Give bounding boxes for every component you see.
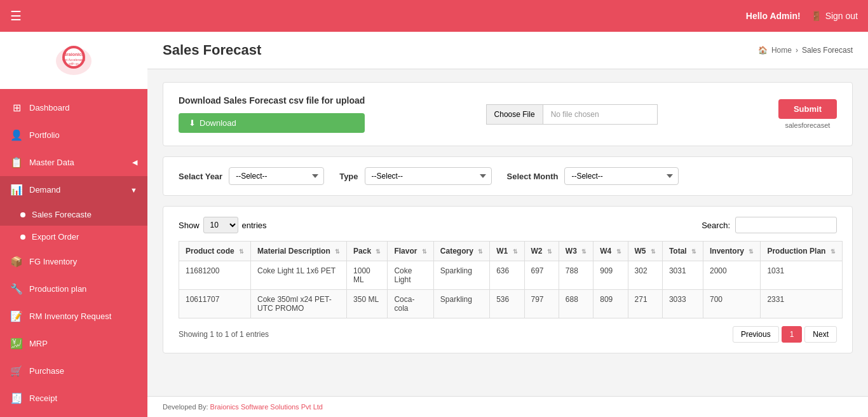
type-select[interactable]: --Select-- Local Export [365, 167, 492, 185]
signout-label: Sign out [825, 11, 858, 21]
main-layout: Braionics Get Accelerated with us ⊞ Dash… [0, 32, 868, 417]
sidebar-item-label: Dashboard [29, 103, 70, 113]
th-pack[interactable]: Pack ⇅ [347, 242, 388, 261]
th-flavor[interactable]: Flavor ⇅ [388, 242, 433, 261]
year-filter-label: Selact Year [179, 172, 222, 181]
sort-icon: ⇅ [422, 249, 427, 255]
breadcrumb-sep: › [796, 46, 798, 55]
sidebar-item-label: Receipt [29, 393, 57, 403]
th-w5[interactable]: W5 ⇅ [628, 242, 662, 261]
hello-text: Hello Admin! [746, 11, 801, 21]
sidebar-item-master-data[interactable]: 📋 Master Data ◀ [0, 149, 147, 176]
sort-icon: ⇅ [239, 249, 244, 255]
sidebar-item-portfolio[interactable]: 👤 Portfolio [0, 121, 147, 149]
sidebar-menu: ⊞ Dashboard 👤 Portfolio 📋 Master Data ◀ … [0, 89, 147, 417]
download-button[interactable]: ⬇ Download [179, 113, 365, 133]
sidebar-logo: Braionics Get Accelerated with us [0, 32, 147, 89]
sort-icon: ⇅ [616, 249, 621, 255]
sidebar-item-demand[interactable]: 📊 Demand ▼ [0, 176, 147, 203]
sort-icon: ⇅ [749, 249, 754, 255]
th-total[interactable]: Total ⇅ [662, 242, 703, 261]
upload-section: Download Sales Forecast csv file for upl… [163, 82, 853, 146]
production-icon: 🔧 [10, 283, 23, 295]
master-data-arrow: ◀ [132, 158, 137, 167]
sidebar-item-label: Demand [29, 185, 60, 195]
previous-button[interactable]: Previous [733, 326, 779, 343]
cell-pack-1: 350 ML [347, 290, 388, 318]
next-button[interactable]: Next [804, 326, 837, 343]
sidebar-item-dashboard[interactable]: ⊞ Dashboard [0, 94, 147, 121]
type-filter-group: Type --Select-- Local Export [339, 167, 491, 185]
th-w1[interactable]: W1 ⇅ [490, 242, 524, 261]
page-header: Sales Forecast 🏠 Home › Sales Forecast [147, 32, 868, 69]
table-row: 11681200Coke Light 1L 1x6 PET1000 MLCoke… [179, 261, 843, 290]
sidebar-item-export-order[interactable]: Export Order [0, 226, 147, 248]
th-category[interactable]: Category ⇅ [433, 242, 489, 261]
cell-w3-1: 688 [559, 290, 593, 318]
cell-total-1: 3033 [662, 290, 703, 318]
sidebar: Braionics Get Accelerated with us ⊞ Dash… [0, 32, 147, 417]
th-production-plan[interactable]: Production Plan ⇅ [761, 242, 842, 261]
sidebar-item-label: FG Inventory [29, 257, 77, 266]
sidebar-item-label: Production plan [29, 284, 86, 294]
cell-product_code-1: 10611707 [179, 290, 251, 318]
sort-icon: ⇅ [691, 249, 696, 255]
sub-dot-active [20, 212, 25, 217]
submit-button[interactable]: Submit [778, 99, 837, 119]
master-data-icon: 📋 [10, 156, 23, 168]
breadcrumb-home[interactable]: Home [771, 46, 792, 55]
sidebar-item-production-plan[interactable]: 🔧 Production plan [0, 275, 147, 303]
sort-icon: ⇅ [831, 249, 836, 255]
cell-w4-0: 909 [593, 261, 628, 290]
table-controls: Show 10 25 50 100 entries Search: [179, 217, 837, 233]
table-body: 11681200Coke Light 1L 1x6 PET1000 MLCoke… [179, 261, 843, 318]
sidebar-item-mrp[interactable]: 💹 MRP [0, 330, 147, 357]
demand-icon: 📊 [10, 184, 23, 196]
cell-w5-0: 302 [628, 261, 662, 290]
search-group: Search: [702, 217, 837, 233]
main-content: Download Sales Forecast csv file for upl… [147, 69, 868, 396]
svg-text:with us: with us [69, 62, 79, 65]
dashboard-icon: ⊞ [10, 102, 23, 114]
sidebar-item-fg-inventory[interactable]: 📦 FG Inventory [0, 248, 147, 275]
th-w3[interactable]: W3 ⇅ [559, 242, 593, 261]
page-1-button[interactable]: 1 [782, 326, 803, 343]
cell-total-0: 3031 [662, 261, 703, 290]
mrp-icon: 💹 [10, 338, 23, 350]
year-select[interactable]: --Select-- 2021 2022 2023 2024 [229, 167, 324, 185]
sidebar-item-purchase[interactable]: 🛒 Purchase [0, 357, 147, 385]
content-area: Sales Forecast 🏠 Home › Sales Forecast D… [147, 32, 868, 417]
th-inventory[interactable]: Inventory ⇅ [703, 242, 761, 261]
filter-section: Selact Year --Select-- 2021 2022 2023 20… [163, 156, 853, 196]
sidebar-item-label: Portfolio [29, 130, 60, 140]
showing-text: Showing 1 to 1 of 1 entries [179, 330, 269, 339]
data-table: Product code ⇅ Material Description ⇅ Pa… [179, 241, 843, 318]
entries-select[interactable]: 10 25 50 100 [203, 217, 238, 233]
rm-inventory-icon: 📝 [10, 310, 23, 322]
cell-w4-1: 809 [593, 290, 628, 318]
cell-w5-1: 271 [628, 290, 662, 318]
breadcrumb-current: Sales Forecast [802, 46, 853, 55]
home-icon: 🏠 [758, 46, 768, 55]
file-name-display: No file chosen [543, 104, 658, 125]
cell-w2-1: 797 [524, 290, 559, 318]
table-header-row: Product code ⇅ Material Description ⇅ Pa… [179, 242, 843, 261]
sidebar-item-receipt[interactable]: 🧾 Receipt [0, 385, 147, 412]
hamburger-icon[interactable]: ☰ [10, 8, 22, 24]
month-select[interactable]: --Select-- January February March April … [564, 167, 679, 185]
signout-button[interactable]: 🚪 Sign out [811, 11, 858, 21]
search-input[interactable] [735, 217, 837, 233]
sidebar-item-rm-inventory[interactable]: 📝 RM Inventory Request [0, 303, 147, 330]
th-product-code[interactable]: Product code ⇅ [179, 242, 251, 261]
sort-icon: ⇅ [513, 249, 518, 255]
pagination-section: Showing 1 to 1 of 1 entries Previous 1 N… [179, 326, 837, 343]
upload-title: Download Sales Forecast csv file for upl… [179, 95, 365, 106]
th-w4[interactable]: W4 ⇅ [593, 242, 628, 261]
download-icon: ⬇ [189, 118, 196, 128]
th-w2[interactable]: W2 ⇅ [524, 242, 559, 261]
page-title: Sales Forecast [163, 42, 261, 58]
th-material-desc[interactable]: Material Description ⇅ [251, 242, 347, 261]
sidebar-item-sales-forecast[interactable]: Sales Forecaste [0, 203, 147, 226]
choose-file-button[interactable]: Choose File [486, 104, 543, 125]
footer-company-link[interactable]: Braionics Software Solutions Pvt Ltd [210, 403, 323, 411]
